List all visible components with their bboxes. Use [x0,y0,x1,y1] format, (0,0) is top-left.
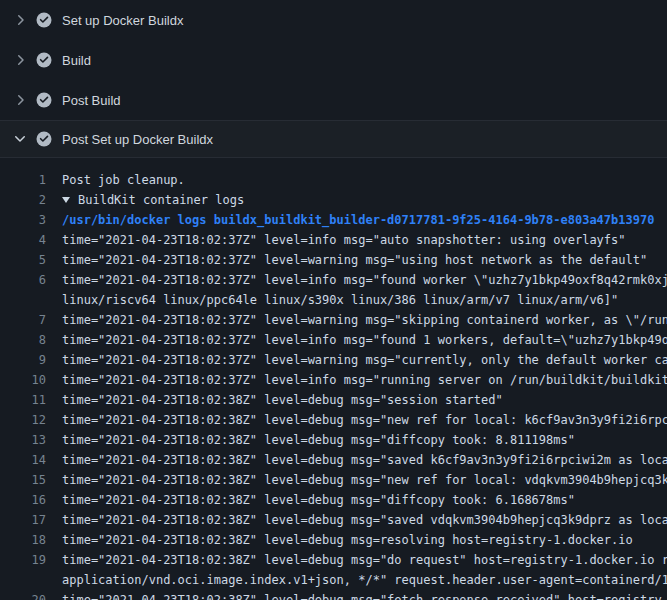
log-line-command: 3 /usr/bin/docker logs buildx_buildkit_b… [0,210,667,230]
log-line-text: time="2021-04-23T18:02:38Z" level=debug … [62,470,667,490]
log-line-number [0,290,46,310]
log-line-text: time="2021-04-23T18:02:38Z" level=debug … [62,430,575,450]
log-line-text: time="2021-04-23T18:02:38Z" level=debug … [62,450,667,470]
log-line-text: linux/riscv64 linux/ppc64le linux/s390x … [62,290,618,310]
log-line: 20 time="2021-04-23T18:02:38Z" level=deb… [0,590,667,600]
log-line-group[interactable]: 2 BuildKit container logs [0,190,667,210]
log-line-number[interactable]: 8 [0,330,46,350]
log-line-text: time="2021-04-23T18:02:37Z" level=warnin… [62,350,667,370]
log-line: 18 time="2021-04-23T18:02:38Z" level=deb… [0,530,667,550]
check-circle-icon [36,52,52,68]
log-line-number[interactable]: 1 [0,170,46,190]
log-line-number[interactable]: 7 [0,310,46,330]
log-line-text: application/vnd.oci.image.index.v1+json,… [62,570,667,590]
log-line: 10 time="2021-04-23T18:02:37Z" level=inf… [0,370,667,390]
log-line-text: time="2021-04-23T18:02:37Z" level=warnin… [62,250,647,270]
log-line-text: time="2021-04-23T18:02:37Z" level=info m… [62,230,626,250]
log-line: 7 time="2021-04-23T18:02:37Z" level=warn… [0,310,667,330]
step-label: Set up Docker Buildx [62,13,183,28]
log-line-number[interactable]: 16 [0,490,46,510]
step-header-post-setup-docker-buildx[interactable]: Post Set up Docker Buildx [0,120,667,158]
log-line-number[interactable]: 10 [0,370,46,390]
log-line-number[interactable]: 14 [0,450,46,470]
log-line-number[interactable]: 17 [0,510,46,530]
log-line-number[interactable]: 4 [0,230,46,250]
log-line: 17 time="2021-04-23T18:02:38Z" level=deb… [0,510,667,530]
log-line-number [0,570,46,590]
log-line: 14 time="2021-04-23T18:02:38Z" level=deb… [0,450,667,470]
log-line: 8 time="2021-04-23T18:02:37Z" level=info… [0,330,667,350]
log-line-text: time="2021-04-23T18:02:38Z" level=debug … [62,510,667,530]
log-line-text: time="2021-04-23T18:02:38Z" level=debug … [62,410,667,430]
chevron-down-icon[interactable] [12,131,28,147]
log-line-text: time="2021-04-23T18:02:38Z" level=debug … [62,550,667,570]
log-line-number[interactable]: 6 [0,270,46,290]
log-line-text: time="2021-04-23T18:02:38Z" level=debug … [62,590,667,600]
chevron-right-icon[interactable] [12,12,28,28]
step-label: Post Build [62,93,121,108]
log-line: 16 time="2021-04-23T18:02:38Z" level=deb… [0,490,667,510]
log-line-number[interactable]: 20 [0,590,46,600]
log-line-number[interactable]: 15 [0,470,46,490]
log-line-wrap: application/vnd.oci.image.index.v1+json,… [0,570,667,590]
step-label: Post Set up Docker Buildx [62,132,213,147]
actions-log-viewer: Set up Docker Buildx Build Post Build Po… [0,0,667,600]
log-line-text: time="2021-04-23T18:02:38Z" level=debug … [62,390,503,410]
log-line-number[interactable]: 5 [0,250,46,270]
log-line-number[interactable]: 12 [0,410,46,430]
log-command-text: /usr/bin/docker logs buildx_buildkit_bui… [62,210,654,230]
triangle-down-icon[interactable] [62,197,70,203]
step-label: Build [62,53,91,68]
step-header-setup-docker-buildx[interactable]: Set up Docker Buildx [0,0,667,40]
log-line: 19 time="2021-04-23T18:02:38Z" level=deb… [0,550,667,570]
log-line-text: time="2021-04-23T18:02:37Z" level=warnin… [62,310,667,330]
log-line-wrap: linux/riscv64 linux/ppc64le linux/s390x … [0,290,667,310]
log-line-number[interactable]: 18 [0,530,46,550]
log-line-text: time="2021-04-23T18:02:38Z" level=debug … [62,490,575,510]
check-circle-icon [36,131,52,147]
log-line-number[interactable]: 19 [0,550,46,570]
log-line: 4 time="2021-04-23T18:02:37Z" level=info… [0,230,667,250]
log-line-number[interactable]: 3 [0,210,46,230]
log-line-text: time="2021-04-23T18:02:37Z" level=info m… [62,330,667,350]
step-header-post-build[interactable]: Post Build [0,80,667,120]
log-line-text: time="2021-04-23T18:02:37Z" level=info m… [62,370,667,390]
check-circle-icon [36,12,52,28]
log-line-text: Post job cleanup. [62,170,185,190]
log-line-number[interactable]: 13 [0,430,46,450]
log-body: 1 Post job cleanup. 2 BuildKit container… [0,158,667,600]
log-line: 12 time="2021-04-23T18:02:38Z" level=deb… [0,410,667,430]
log-line: 6 time="2021-04-23T18:02:37Z" level=info… [0,270,667,290]
log-line: 5 time="2021-04-23T18:02:37Z" level=warn… [0,250,667,270]
check-circle-icon [36,92,52,108]
log-group-label: BuildKit container logs [78,193,244,207]
log-line-number[interactable]: 9 [0,350,46,370]
log-group-text[interactable]: BuildKit container logs [62,190,244,210]
log-line: 13 time="2021-04-23T18:02:38Z" level=deb… [0,430,667,450]
log-line-number[interactable]: 2 [0,190,46,210]
log-line-text: time="2021-04-23T18:02:38Z" level=debug … [62,530,633,550]
log-line: 9 time="2021-04-23T18:02:37Z" level=warn… [0,350,667,370]
log-line: 11 time="2021-04-23T18:02:38Z" level=deb… [0,390,667,410]
chevron-right-icon[interactable] [12,92,28,108]
step-header-build[interactable]: Build [0,40,667,80]
log-line: 15 time="2021-04-23T18:02:38Z" level=deb… [0,470,667,490]
log-line: 1 Post job cleanup. [0,170,667,190]
log-line-text: time="2021-04-23T18:02:37Z" level=info m… [62,270,667,290]
chevron-right-icon[interactable] [12,52,28,68]
log-line-number[interactable]: 11 [0,390,46,410]
